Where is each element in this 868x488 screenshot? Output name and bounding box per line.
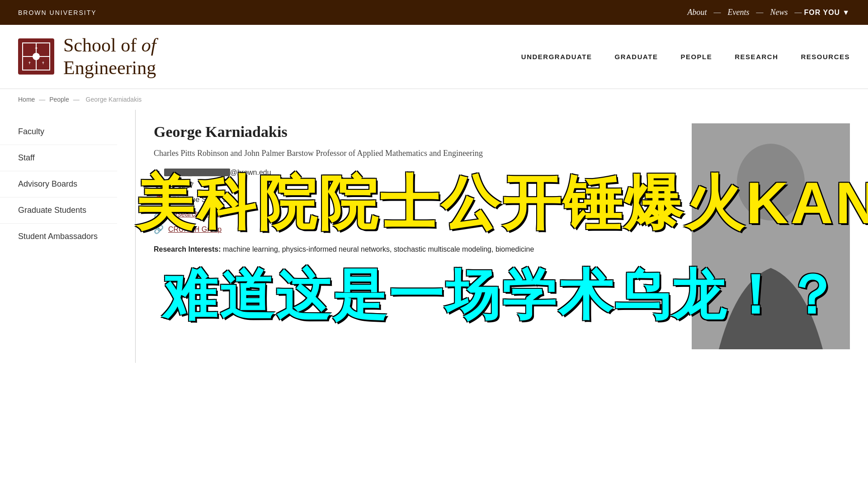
research-profile-link[interactable]: Research Profile (168, 210, 222, 218)
svg-point-4 (33, 53, 40, 60)
breadcrumb-separator-2: — (73, 96, 81, 103)
for-you-dropdown[interactable]: FOR YOU ▼ (804, 9, 850, 17)
link-icon-1: 🔗 (154, 209, 164, 219)
separator-2: — (756, 8, 764, 17)
chevron-down-icon: ▼ (842, 9, 850, 17)
breadcrumb-current: George Karniadakis (86, 96, 142, 103)
sidebar-item-faculty[interactable]: Faculty (0, 119, 117, 145)
research-interests-text: machine learning, physics-informed neura… (223, 245, 534, 253)
nav-item-1[interactable]: GRADUATE (615, 53, 658, 61)
person-photo-svg (692, 123, 850, 349)
top-navigation-bar: BROWN UNIVERSITY About — Events — News —… (0, 0, 868, 25)
sidebar-item-staff[interactable]: Staff (0, 145, 117, 171)
brown-crest-icon: ✦ ✝ ✝ (18, 38, 54, 75)
svg-text:✝: ✝ (42, 61, 45, 65)
email-contact: ✉ george_karniadakis@brown.edu (154, 169, 674, 177)
location-pin-icon: 📍 (154, 195, 164, 205)
profile-title: Charles Pitts Robinson and John Palmer B… (154, 147, 674, 160)
profile-content: George Karniadakis Charles Pitts Robinso… (154, 123, 850, 349)
top-nav-links: About — Events — News — FOR YOU ▼ (683, 8, 850, 17)
crunch-group-link[interactable]: CRUNCH Group (168, 225, 222, 234)
school-logo[interactable]: ✦ ✝ ✝ School of of Engineering (18, 34, 156, 80)
nav-item-0[interactable]: UNDERGRADUATE (521, 53, 592, 61)
research-interests: Research Interests: machine learning, ph… (154, 244, 674, 255)
crunch-group-link-item: 🔗 CRUNCH Group (154, 225, 674, 235)
sidebar-item-advisory-boards[interactable]: Advisory Boards (0, 171, 117, 197)
separator-1: — (714, 8, 721, 17)
nav-item-2[interactable]: PEOPLE (680, 53, 712, 61)
svg-text:✝: ✝ (28, 61, 31, 65)
about-link[interactable]: About (688, 8, 707, 17)
profile-section: George Karniadakis Charles Pitts Robinso… (136, 110, 868, 363)
breadcrumb-people[interactable]: People (49, 96, 69, 103)
phone-number[interactable]: 63-1217 (167, 182, 194, 190)
profile-name: George Karniadakis (154, 123, 674, 141)
research-interests-label: Research Interests: (154, 245, 221, 253)
phone-icon: 📞 (154, 182, 163, 190)
email-icon: ✉ (154, 169, 160, 177)
sidebar: Faculty Staff Advisory Boards Graduate S… (0, 110, 136, 363)
link-icon-2: 🔗 (154, 225, 164, 235)
profile-info: George Karniadakis Charles Pitts Robinso… (154, 123, 674, 349)
breadcrumb-home[interactable]: Home (18, 96, 35, 103)
email-text: george_karniadakis@brown.edu (164, 169, 271, 177)
separator-3: — (795, 8, 802, 17)
nav-item-3[interactable]: RESEARCH (735, 53, 778, 61)
news-link[interactable]: News (770, 8, 788, 17)
address-contact: 📍 170 Hope Street 312 (154, 195, 674, 205)
nav-item-4[interactable]: RESOURCES (801, 53, 850, 61)
breadcrumb-separator: — (39, 96, 47, 103)
research-profile-link-item: 🔗 Research Profile (154, 209, 674, 219)
address-text: 170 Hope Street 312 (168, 196, 235, 204)
events-link[interactable]: Events (728, 8, 750, 17)
profile-photo (692, 123, 850, 349)
profile-photo-box (692, 123, 850, 349)
sidebar-item-student-ambassadors[interactable]: Student Ambassadors (0, 224, 117, 249)
breadcrumb: Home — People — George Karniadakis (0, 89, 868, 110)
school-header: ✦ ✝ ✝ School of of Engineering UNDERGRAD… (0, 25, 868, 89)
svg-text:✦: ✦ (34, 46, 38, 51)
main-content: Faculty Staff Advisory Boards Graduate S… (0, 110, 868, 381)
sidebar-item-graduate-students[interactable]: Graduate Students (0, 197, 117, 224)
school-name: School of of Engineering (63, 34, 156, 80)
phone-contact: 📞 63-1217 (154, 182, 674, 190)
school-navigation: UNDERGRADUATEGRADUATEPEOPLERESEARCHRESOU… (521, 53, 850, 61)
svg-point-9 (737, 144, 805, 221)
university-name: BROWN UNIVERSITY (18, 9, 97, 16)
